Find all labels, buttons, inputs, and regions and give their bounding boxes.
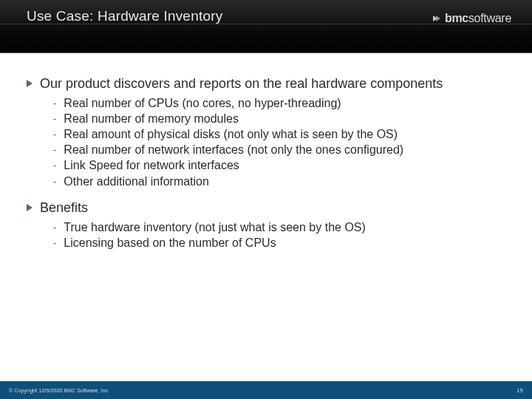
header-bar: Use Case: Hardware Inventory bmcsoftware [0,0,532,53]
dash-icon: - [53,112,56,125]
bullet-l2: -Real number of memory modules [53,111,505,126]
bullet-l1: Our product discovers and reports on the… [27,75,505,92]
dash-icon: - [53,143,56,156]
bullet-l1-text: Our product discovers and reports on the… [40,75,443,92]
slide-title: Use Case: Hardware Inventory [27,8,222,24]
footer-bar: © Copyright 12/9/2020 BMC Software, Inc … [0,381,532,399]
bmc-logo: bmcsoftware [432,12,511,25]
logo-chevron-icon [432,13,442,24]
bullet-l2-text: Licensing based on the number of CPUs [64,235,276,250]
bullet-l2: -Real number of CPUs (no cores, no hyper… [53,95,505,111]
header-divider [0,24,532,24]
bullet-l2: -Licensing based on the number of CPUs [53,235,505,250]
bullet-l2: -Real amount of physical disks (not only… [53,126,505,142]
dash-icon: - [53,236,56,249]
dash-icon: - [53,175,56,188]
bullet-l2-text: Real number of memory modules [64,111,239,126]
logo-text-light: software [468,12,511,25]
sub-bullet-group: -Real number of CPUs (no cores, no hyper… [53,95,505,189]
bullet-l2-text: Real number of network interfaces (not o… [64,142,403,157]
logo-text-bold: bmc [445,12,468,25]
slide-body: Our product discovers and reports on the… [0,53,532,250]
bullet-l1-text: Benefits [40,200,88,216]
page-number: 15 [516,387,523,394]
bullet-l2: -Link Speed for network interfaces [53,157,505,173]
bullet-l2: -Real number of network interfaces (not … [53,142,505,157]
bullet-l2: -True hardware inventory (not just what … [53,219,505,235]
bullet-arrow-icon [27,204,34,211]
dash-icon: - [53,159,56,171]
bullet-l2-text: True hardware inventory (not just what i… [64,219,365,235]
bullet-l2-text: Real number of CPUs (no cores, no hyper-… [64,95,341,111]
bullet-l2-text: Real amount of physical disks (not only … [64,126,398,142]
copyright-text: © Copyright 12/9/2020 BMC Software, Inc [9,388,108,393]
bullet-l1: Benefits [27,200,505,216]
bullet-arrow-icon [27,80,34,87]
sub-bullet-group: -True hardware inventory (not just what … [53,219,505,250]
dash-icon: - [53,221,56,233]
dash-icon: - [53,128,56,140]
bullet-l2: -Other additional information [53,174,505,189]
bullet-l2-text: Link Speed for network interfaces [64,157,239,173]
bullet-l2-text: Other additional information [64,174,209,189]
dash-icon: - [53,97,56,109]
